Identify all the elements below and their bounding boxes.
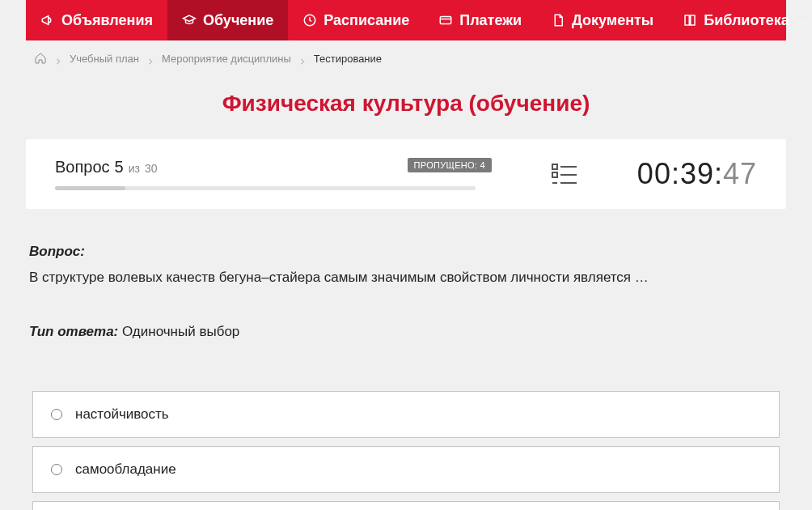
nav-item-library[interactable]: Библиотека <box>668 0 812 40</box>
question-list-icon[interactable] <box>552 163 577 185</box>
svg-rect-4 <box>552 172 557 177</box>
answer-type-label: Тип ответа: <box>29 324 118 339</box>
breadcrumb: Учебный план Мероприятие дисциплины Тест… <box>26 40 786 73</box>
nav-item-schedule[interactable]: Расписание <box>288 0 424 40</box>
main-nav: Объявления Обучение Расписание Платежи Д… <box>26 0 786 40</box>
question-label: Вопрос: <box>29 241 783 262</box>
breadcrumb-item-event[interactable]: Мероприятие дисциплины <box>162 53 291 65</box>
nav-label: Обучение <box>203 12 273 29</box>
page-container: Объявления Обучение Расписание Платежи Д… <box>26 0 786 510</box>
clock-icon <box>302 13 317 28</box>
skipped-badge: ПРОПУЩЕНО: 4 <box>408 158 492 172</box>
question-of-prefix: из <box>129 162 140 175</box>
chevron-down-icon <box>796 15 806 25</box>
breadcrumb-item-testing: Тестирование <box>314 53 382 65</box>
grad-cap-icon <box>182 13 197 28</box>
question-progress: Вопрос 5 из 30 ПРОПУЩЕНО: 4 <box>55 158 492 190</box>
nav-label: Расписание <box>324 12 409 29</box>
status-mid <box>492 163 637 185</box>
answer-option[interactable]: целеустремленность <box>32 501 780 511</box>
nav-label: Объявления <box>61 12 153 29</box>
chevron-right-icon <box>55 55 61 62</box>
viewport[interactable]: Объявления Обучение Расписание Платежи Д… <box>0 0 812 510</box>
answer-label: настойчивость <box>75 406 169 423</box>
nav-label: Документы <box>572 12 653 29</box>
chevron-right-icon <box>299 55 306 62</box>
book-icon <box>683 13 697 28</box>
page-title: Физическая культура (обучение) <box>26 91 786 117</box>
svg-rect-2 <box>552 164 557 169</box>
question-body: Вопрос: В структуре волевых качеств бегу… <box>26 209 786 342</box>
svg-rect-1 <box>440 17 451 24</box>
card-icon <box>438 13 453 28</box>
answer-label: самообладание <box>75 461 176 478</box>
chevron-right-icon <box>147 55 154 62</box>
progress-bar <box>55 186 476 190</box>
answer-radio[interactable] <box>51 409 62 420</box>
nav-item-documents[interactable]: Документы <box>536 0 668 40</box>
nav-label: Платежи <box>459 12 522 29</box>
question-text: В структуре волевых качеств бегуна–стайе… <box>29 267 783 288</box>
nav-label: Библиотека <box>704 12 789 29</box>
answers-list: настойчивость самообладание целеустремле… <box>26 391 786 511</box>
breadcrumb-item-plan[interactable]: Учебный план <box>70 53 139 65</box>
answer-option[interactable]: настойчивость <box>32 391 780 438</box>
doc-icon <box>551 13 565 28</box>
question-number: 5 <box>115 158 124 176</box>
home-icon[interactable] <box>34 52 47 65</box>
answer-option[interactable]: самообладание <box>32 446 780 493</box>
nav-item-payments[interactable]: Платежи <box>424 0 536 40</box>
answer-type-value: Одиночный выбор <box>122 324 239 339</box>
answer-radio[interactable] <box>51 464 62 475</box>
nav-item-announcements[interactable]: Объявления <box>26 0 167 40</box>
status-bar: Вопрос 5 из 30 ПРОПУЩЕНО: 4 <box>26 139 786 209</box>
nav-item-learning[interactable]: Обучение <box>167 0 288 40</box>
timer-main: 00:39: <box>637 157 723 191</box>
progress-fill <box>55 186 125 190</box>
megaphone-icon <box>40 13 55 28</box>
timer: 00:39:47 <box>637 157 757 191</box>
timer-seconds: 47 <box>723 157 757 191</box>
question-prefix: Вопрос <box>55 158 110 176</box>
question-total: 30 <box>145 162 158 175</box>
